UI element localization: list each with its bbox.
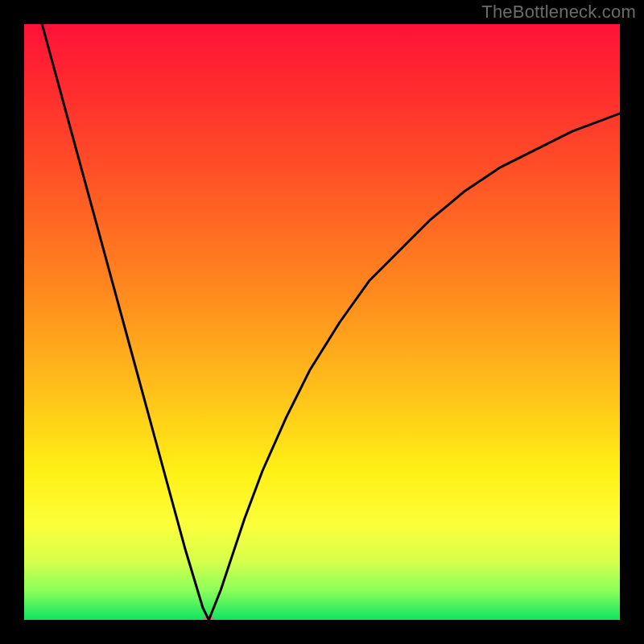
plot-area (24, 24, 620, 620)
watermark-text: TheBottleneck.com (481, 2, 636, 23)
chart-frame: TheBottleneck.com (0, 0, 644, 644)
bottleneck-curve (24, 24, 620, 620)
